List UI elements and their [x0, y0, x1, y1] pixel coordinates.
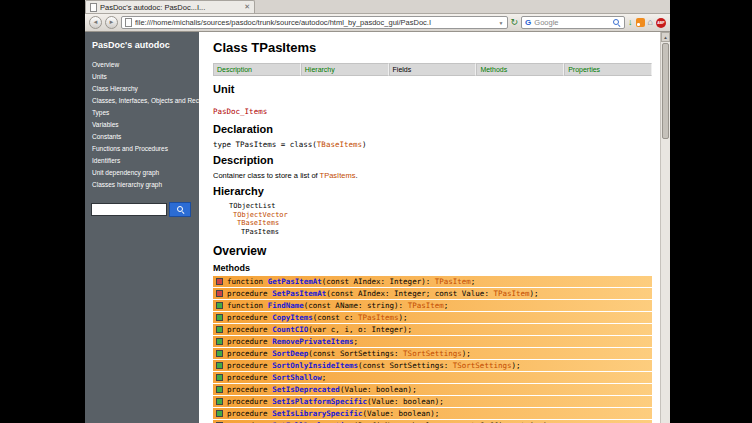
code-text: );	[530, 289, 539, 298]
code-text: procedure	[227, 289, 272, 298]
methods-table: function GetPasItemAt(const AIndex: Inte…	[213, 276, 654, 423]
home-icon[interactable]: ⌂	[648, 16, 653, 29]
nav-tab-methods[interactable]: Methods	[476, 63, 564, 76]
scrollbar-thumb[interactable]	[662, 43, 669, 139]
visibility-public-icon	[216, 410, 223, 417]
sidebar-item-unit-dependency-graph[interactable]: Unit dependency graph	[85, 166, 199, 178]
code-text: ;	[322, 373, 327, 382]
member-row: procedure SortShallow;	[213, 372, 652, 383]
rss-icon[interactable]	[636, 18, 645, 27]
hierarchy-item-tbaseitems[interactable]: TBaseItems	[237, 219, 654, 228]
web-search-box[interactable]: G Google	[521, 16, 625, 29]
nav-tab-hierarchy[interactable]: Hierarchy	[301, 63, 389, 76]
type-link[interactable]: TPasItem	[408, 301, 444, 310]
member-row: procedure CountCIO(var c, i, o: Integer)…	[213, 324, 652, 335]
member-row: function GetPasItemAt(const AIndex: Inte…	[213, 276, 652, 287]
member-name-link[interactable]: SortOnlyInsideItems	[272, 361, 358, 370]
hierarchy-list: TObjectListTObjectVectorTBaseItemsTPasIt…	[229, 202, 654, 236]
url-dropdown-icon[interactable]: ▼	[499, 20, 504, 26]
page-favicon-icon	[90, 3, 97, 12]
type-link[interactable]: TSortSettings	[453, 361, 512, 370]
type-link[interactable]: TSortSettings	[403, 349, 462, 358]
visibility-public-icon	[216, 374, 223, 381]
sidebar-item-classes-hierarchy-graph[interactable]: Classes hierarchy graph	[85, 178, 199, 190]
member-declaration: function FindName(const AName: string): …	[227, 301, 448, 310]
search-icon[interactable]	[612, 18, 621, 27]
code-text: );	[399, 313, 408, 322]
sidebar-item-classes-interfaces-objects-and-records[interactable]: Classes, Interfaces, Objects and Records	[85, 94, 199, 106]
member-row: function FindName(const AName: string): …	[213, 300, 652, 311]
member-declaration: procedure SortDeep(const SortSettings: T…	[227, 349, 471, 358]
member-name-link[interactable]: RemovePrivateItems	[272, 337, 353, 346]
sidebar-item-variables[interactable]: Variables	[85, 118, 199, 130]
scroll-up-icon[interactable]: ▲	[661, 32, 670, 42]
sidebar-item-identifiers[interactable]: Identifiers	[85, 154, 199, 166]
type-link[interactable]: TPasItems	[320, 171, 356, 180]
member-declaration: procedure CountCIO(var c, i, o: Integer)…	[227, 325, 412, 334]
code-text: ;	[444, 301, 449, 310]
tab-close-icon[interactable]: ✕	[244, 3, 250, 11]
member-name-link[interactable]: SortDeep	[272, 349, 308, 358]
address-bar[interactable]: file:///home/michalis/sources/pasdoc/tru…	[121, 16, 508, 29]
code-text: .	[355, 171, 357, 180]
download-arrow-icon[interactable]: ↓	[628, 16, 633, 29]
member-name-link[interactable]: CountCIO	[272, 325, 308, 334]
member-name-link[interactable]: CopyItems	[272, 313, 313, 322]
type-link[interactable]: TPasItem	[493, 289, 529, 298]
member-name-link[interactable]: SetPasItemAt	[272, 289, 326, 298]
nav-tab-properties[interactable]: Properties	[564, 63, 652, 76]
hierarchy-item-tobjectlist: TObjectList	[229, 202, 654, 211]
member-row: procedure SortDeep(const SortSettings: T…	[213, 348, 652, 359]
sidebar-search-input[interactable]	[91, 203, 167, 216]
sidebar-item-overview[interactable]: Overview	[85, 58, 199, 70]
code-text: (Value: boolean);	[367, 397, 444, 406]
code-text: procedure	[227, 409, 272, 418]
member-row: procedure SetPasItemAt(const AIndex: Int…	[213, 288, 652, 299]
member-row: procedure RemovePrivateItems;	[213, 336, 652, 347]
member-row: procedure CopyItems(const c: TPasItems);	[213, 312, 652, 323]
sidebar-nav: OverviewUnitsClass HierarchyClasses, Int…	[85, 58, 199, 190]
hierarchy-item-tobjectvector[interactable]: TObjectVector	[233, 211, 654, 220]
code-text: (const c:	[313, 313, 358, 322]
member-name-link[interactable]: SetIsLibrarySpecific	[272, 409, 362, 418]
nav-tab-fields: Fields	[389, 63, 477, 76]
sidebar-item-types[interactable]: Types	[85, 106, 199, 118]
code-text: (const AIndex: Integer; const Value:	[326, 289, 493, 298]
back-button[interactable]: ◄	[89, 16, 102, 29]
member-name-link[interactable]: SetIsDeprecated	[272, 385, 340, 394]
sidebar-item-constants[interactable]: Constants	[85, 130, 199, 142]
member-name-link[interactable]: SortShallow	[272, 373, 322, 382]
forward-button[interactable]: ►	[105, 16, 118, 29]
type-link[interactable]: TPasItem	[435, 277, 471, 286]
nav-tab-description[interactable]: Description	[213, 63, 301, 76]
sidebar-search-button[interactable]	[169, 202, 191, 217]
type-link[interactable]: TBaseItems	[317, 140, 362, 149]
sidebar-item-functions-and-procedures[interactable]: Functions and Procedures	[85, 142, 199, 154]
code-text: (const SortSettings:	[308, 349, 403, 358]
tab-bar: PasDoc's autodoc: PasDoc...I... ✕	[85, 0, 670, 14]
unit-link[interactable]: PasDoc_Items	[213, 107, 267, 116]
search-engine-label: Google	[534, 18, 609, 27]
sidebar-item-class-hierarchy[interactable]: Class Hierarchy	[85, 82, 199, 94]
member-name-link[interactable]: SetIsPlatformSpecific	[272, 397, 367, 406]
reload-icon[interactable]: ↻	[511, 16, 519, 29]
code-text: ;	[471, 277, 476, 286]
sidebar-title: PasDoc's autodoc	[85, 37, 199, 58]
sidebar-item-units[interactable]: Units	[85, 70, 199, 82]
member-name-link[interactable]: GetPasItemAt	[268, 277, 322, 286]
hierarchy-heading: Hierarchy	[213, 185, 654, 197]
member-name-link[interactable]: FindName	[268, 301, 304, 310]
description-text: Container class to store a list of TPasI…	[213, 171, 654, 180]
member-declaration: procedure SetIsDeprecated(Value: boolean…	[227, 385, 417, 394]
code-text: function	[227, 277, 268, 286]
browser-tab[interactable]: PasDoc's autodoc: PasDoc...I... ✕	[85, 0, 255, 13]
screen: PasDoc's autodoc: PasDoc...I... ✕ ◄ ► fi…	[0, 0, 752, 423]
visibility-public-icon	[216, 314, 223, 321]
scrollbar[interactable]: ▲	[660, 32, 670, 423]
sidebar-search	[91, 202, 193, 217]
adblock-icon[interactable]: ABP	[656, 18, 666, 28]
site-favicon-icon	[125, 18, 132, 27]
content-row: PasDoc's autodoc OverviewUnitsClass Hier…	[85, 32, 670, 423]
member-declaration: procedure CopyItems(const c: TPasItems);	[227, 313, 408, 322]
type-link[interactable]: TPasItems	[358, 313, 399, 322]
